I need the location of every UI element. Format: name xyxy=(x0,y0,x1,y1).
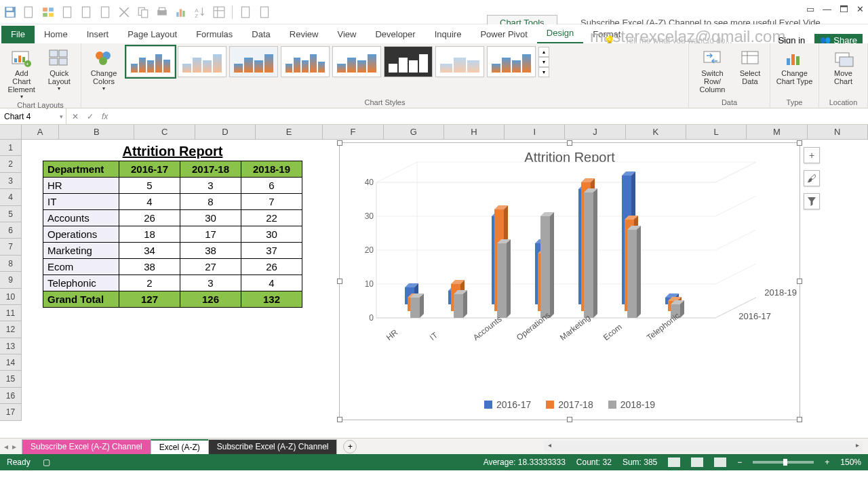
tab-data[interactable]: Data xyxy=(242,26,279,43)
chart-object[interactable]: Attrition Report + 🖌 010203040 xyxy=(339,142,800,420)
table-cell[interactable]: 8 xyxy=(180,194,241,210)
bar-2018-19-Accounts[interactable] xyxy=(497,239,507,318)
zoom-slider[interactable] xyxy=(753,461,814,464)
col-header[interactable]: J xyxy=(565,125,625,139)
table-cell[interactable]: 4 xyxy=(241,275,302,291)
col-header[interactable]: F xyxy=(323,125,383,139)
move-chart-button[interactable]: Move Chart xyxy=(825,46,862,85)
table-cell[interactable]: IT xyxy=(43,194,119,210)
close-icon[interactable]: ✕ xyxy=(856,4,864,14)
row-header[interactable]: 16 xyxy=(0,388,22,404)
table-cell[interactable]: HR xyxy=(43,178,119,194)
table-cell[interactable]: Telephonic xyxy=(43,275,119,291)
row-header[interactable]: 3 xyxy=(0,173,22,189)
col-header[interactable]: H xyxy=(444,125,505,139)
doc2-icon[interactable] xyxy=(80,6,92,18)
print-icon[interactable] xyxy=(156,6,168,18)
minimize-icon[interactable]: — xyxy=(823,4,831,14)
col-header[interactable]: B xyxy=(59,125,134,139)
row-header[interactable]: 14 xyxy=(0,354,22,371)
bar-2018-19-Marketing[interactable] xyxy=(584,188,593,318)
save-icon[interactable] xyxy=(4,6,16,18)
tab-inquire[interactable]: Inquire xyxy=(425,26,471,43)
page-plus-icon[interactable] xyxy=(258,6,271,18)
col-header[interactable]: C xyxy=(134,125,195,139)
col-header[interactable]: E xyxy=(256,125,323,139)
table-cell[interactable]: 27 xyxy=(180,259,241,275)
chart-styles-button[interactable]: 🖌 xyxy=(804,170,820,186)
table-cell[interactable]: 34 xyxy=(119,243,180,259)
tab-developer[interactable]: Developer xyxy=(366,26,425,43)
table-cell[interactable]: 26 xyxy=(241,259,302,275)
chart-style-6[interactable] xyxy=(384,46,433,77)
col-header[interactable]: L xyxy=(686,125,747,139)
table-cell[interactable]: 38 xyxy=(119,259,180,275)
select-all-corner[interactable] xyxy=(0,125,22,139)
col-header[interactable]: K xyxy=(626,125,686,139)
sheet-tab[interactable]: Excel (A-Z) xyxy=(151,439,209,454)
zoom-out-icon[interactable]: − xyxy=(737,458,742,467)
table-cell[interactable]: 30 xyxy=(241,226,302,243)
table-cell[interactable]: Marketing xyxy=(43,243,119,259)
zoom-in-icon[interactable]: + xyxy=(825,458,829,467)
row-header[interactable]: 13 xyxy=(0,338,22,354)
table-cell[interactable]: 30 xyxy=(180,210,241,226)
tab-home[interactable]: Home xyxy=(35,26,77,43)
chart-style-1[interactable] xyxy=(126,46,175,77)
new-sheet-button[interactable]: + xyxy=(343,440,357,453)
row-header[interactable]: 11 xyxy=(0,305,22,321)
chart-style-4[interactable] xyxy=(281,46,330,77)
zoom-percent[interactable]: 150% xyxy=(840,458,861,467)
sheet-tab[interactable]: Subscribe Excel (A-Z) Channel xyxy=(208,439,338,454)
bar-2018-19-Ecom[interactable] xyxy=(627,226,637,318)
tab-formulas[interactable]: Formulas xyxy=(186,26,242,43)
sheet-nav-next-icon[interactable]: ▸ xyxy=(12,442,16,451)
tab-power-pivot[interactable]: Power Pivot xyxy=(471,26,536,43)
row-header[interactable]: 10 xyxy=(0,289,22,305)
chart-icon[interactable] xyxy=(175,6,187,18)
legend-item[interactable]: 2018-19 xyxy=(608,399,655,410)
row-header[interactable]: 7 xyxy=(0,239,22,255)
change-chart-type-button[interactable]: Change Chart Type xyxy=(776,46,813,85)
table-cell[interactable]: 22 xyxy=(241,210,302,226)
cut-icon[interactable] xyxy=(118,6,130,18)
table-cell[interactable]: 26 xyxy=(119,210,180,226)
row-header[interactable]: 9 xyxy=(0,272,22,288)
quick-layout-button[interactable]: Quick Layout▾ xyxy=(43,46,76,92)
chart-style-5[interactable] xyxy=(332,46,381,77)
table-cell[interactable]: 37 xyxy=(241,243,302,259)
tab-insert[interactable]: Insert xyxy=(77,26,119,43)
row-header[interactable]: 15 xyxy=(0,371,22,387)
row-header[interactable]: 2 xyxy=(0,156,22,172)
chart-style-3[interactable] xyxy=(229,46,278,77)
legend-item[interactable]: 2016-17 xyxy=(484,399,531,410)
col-header[interactable]: G xyxy=(384,125,444,139)
gallery-up-icon[interactable]: ▴ xyxy=(538,47,549,57)
row-header[interactable]: 12 xyxy=(0,321,22,338)
table-cell[interactable]: 17 xyxy=(180,226,241,243)
ribbon-collapse-icon[interactable]: ▭ xyxy=(806,4,814,14)
table-cell[interactable]: Ecom xyxy=(43,259,119,275)
sheet-tab[interactable]: Subscribe Excel (A-Z) Channel xyxy=(22,439,151,454)
col-header[interactable]: D xyxy=(195,125,256,139)
fx-cancel-icon[interactable]: ✕ xyxy=(72,112,79,121)
page-icon[interactable] xyxy=(23,6,35,18)
col-header[interactable]: I xyxy=(505,125,565,139)
horizontal-scrollbar[interactable]: ◂▸ xyxy=(544,441,863,452)
table-cell[interactable]: 3 xyxy=(180,178,241,194)
tab-page-layout[interactable]: Page Layout xyxy=(118,26,186,43)
sort-icon[interactable]: AZ xyxy=(194,6,206,18)
table-cell[interactable]: 7 xyxy=(241,194,302,210)
bar-2018-19-IT[interactable] xyxy=(454,290,463,318)
col-header[interactable]: N xyxy=(808,125,868,139)
chart-style-7[interactable] xyxy=(435,46,484,77)
copy-icon[interactable] xyxy=(137,6,149,18)
fx-enter-icon[interactable]: ✓ xyxy=(87,112,94,121)
row-header[interactable]: 17 xyxy=(0,404,22,420)
chart-style-8[interactable] xyxy=(487,46,536,77)
pivot-icon[interactable] xyxy=(213,6,225,18)
new-page-icon[interactable] xyxy=(239,6,252,18)
row-header[interactable]: 5 xyxy=(0,206,22,222)
select-data-button[interactable]: Select Data xyxy=(736,46,764,85)
spreadsheet-grid[interactable]: ABCDEFGHIJKLMN 1234567891011121314151617… xyxy=(0,125,868,438)
